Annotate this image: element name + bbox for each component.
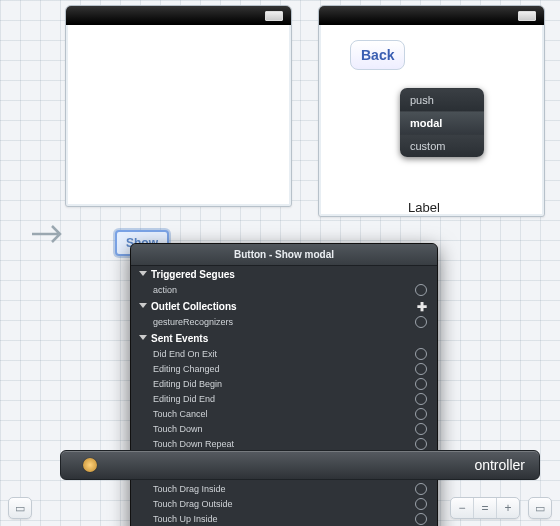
- connection-row[interactable]: action: [131, 282, 437, 297]
- group-header-triggered-segues[interactable]: Triggered Segues: [131, 267, 437, 282]
- assistant-toggle-button[interactable]: ▭: [528, 497, 552, 519]
- first-responder-icon: [83, 458, 97, 472]
- connection-port-icon[interactable]: [415, 423, 427, 435]
- disclosure-triangle-icon: [139, 303, 147, 308]
- row-label: Touch Drag Inside: [153, 484, 226, 494]
- connection-port-icon[interactable]: [415, 483, 427, 495]
- row-label: action: [153, 285, 177, 295]
- battery-icon: [518, 11, 536, 21]
- connection-row[interactable]: gestureRecognizers: [131, 314, 437, 329]
- connection-port-icon[interactable]: [415, 348, 427, 360]
- group-header-sent-events[interactable]: Sent Events: [131, 331, 437, 346]
- status-bar: [319, 6, 544, 25]
- group-triggered-segues: Triggered Segues action: [131, 266, 437, 298]
- back-button[interactable]: Back: [350, 40, 405, 70]
- battery-icon: [265, 11, 283, 21]
- group-title: Triggered Segues: [151, 269, 235, 280]
- disclosure-triangle-icon: [139, 271, 147, 276]
- outline-toggle-button[interactable]: ▭: [8, 497, 32, 519]
- group-header-outlet-collections[interactable]: Outlet Collections ✚: [131, 299, 437, 314]
- connection-port-icon[interactable]: [415, 316, 427, 328]
- segue-selection-popover: push modal custom: [400, 88, 484, 157]
- connection-row[interactable]: Touch Down: [131, 421, 437, 436]
- canvas-footer: ▭ − = + ▭: [0, 494, 560, 522]
- connection-port-icon[interactable]: [415, 378, 427, 390]
- connection-row[interactable]: Did End On Exit: [131, 346, 437, 361]
- scene-bar[interactable]: ontroller: [60, 450, 540, 480]
- connection-port-icon[interactable]: [415, 408, 427, 420]
- connection-port-icon[interactable]: [415, 438, 427, 450]
- connection-row[interactable]: Touch Cancel: [131, 406, 437, 421]
- group-title: Outlet Collections: [151, 301, 237, 312]
- group-title: Sent Events: [151, 333, 208, 344]
- row-label: Editing Did End: [153, 394, 215, 404]
- segue-option-custom[interactable]: custom: [400, 134, 484, 157]
- group-outlet-collections: Outlet Collections ✚ gestureRecognizers: [131, 298, 437, 330]
- zoom-fit-button[interactable]: =: [474, 498, 497, 518]
- row-label: Touch Cancel: [153, 409, 208, 419]
- row-label: Editing Changed: [153, 364, 220, 374]
- add-icon[interactable]: ✚: [417, 300, 427, 314]
- connections-panel: Button - Show modal Triggered Segues act…: [130, 243, 438, 526]
- connection-port-icon[interactable]: [415, 393, 427, 405]
- connection-row[interactable]: Editing Changed: [131, 361, 437, 376]
- connection-port-icon[interactable]: [415, 284, 427, 296]
- disclosure-triangle-icon: [139, 335, 147, 340]
- row-label: gestureRecognizers: [153, 317, 233, 327]
- connection-row[interactable]: Touch Down Repeat: [131, 436, 437, 451]
- row-label: Touch Down Repeat: [153, 439, 234, 449]
- device-frame-1: [65, 5, 292, 207]
- segue-option-modal[interactable]: modal: [400, 111, 484, 134]
- status-bar: [66, 6, 291, 25]
- segue-option-push[interactable]: push: [400, 88, 484, 111]
- panel-title: Button - Show modal: [131, 244, 437, 266]
- push-arrow-icon: [30, 220, 65, 248]
- connection-row[interactable]: Editing Did Begin: [131, 376, 437, 391]
- row-label: Did End On Exit: [153, 349, 217, 359]
- zoom-out-button[interactable]: −: [451, 498, 474, 518]
- static-label: Label: [408, 200, 440, 215]
- connection-port-icon[interactable]: [415, 363, 427, 375]
- row-label: Editing Did Begin: [153, 379, 222, 389]
- row-label: Touch Down: [153, 424, 203, 434]
- connection-row[interactable]: Editing Did End: [131, 391, 437, 406]
- zoom-controls: − = +: [450, 497, 520, 519]
- scene-label: ontroller: [474, 457, 525, 473]
- zoom-in-button[interactable]: +: [497, 498, 519, 518]
